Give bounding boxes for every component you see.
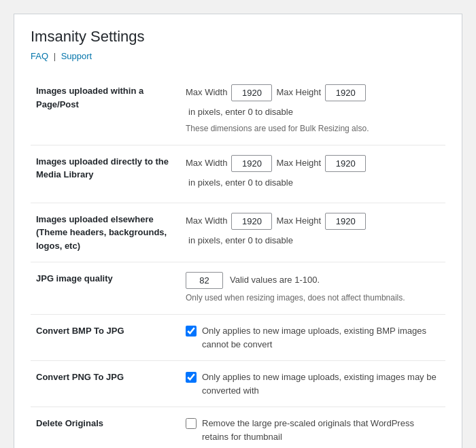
- max-width-label-media-library-images: Max Width: [186, 156, 227, 171]
- checkbox-convert-png[interactable]: [186, 372, 197, 383]
- max-height-label-elsewhere-images: Max Height: [276, 214, 321, 228]
- inline-text-elsewhere-images: in pixels, enter 0 to disable: [188, 234, 293, 248]
- setting-row-jpg-quality: JPG image qualityValid values are 1-100.…: [31, 262, 445, 315]
- setting-label-jpg-quality: JPG image quality: [31, 262, 180, 315]
- setting-value-delete-originals: Remove the large pre-scaled originals th…: [180, 407, 445, 448]
- width-height-row-elsewhere-images: Max WidthMax Heightin pixels, enter 0 to…: [186, 213, 440, 248]
- max-width-input-media-library-images[interactable]: [231, 155, 272, 172]
- page-title: Imsanity Settings: [31, 28, 445, 46]
- checkbox-row-delete-originals: Remove the large pre-scaled originals th…: [186, 417, 440, 443]
- max-height-input-media-library-images[interactable]: [325, 155, 366, 172]
- width-height-row-media-library-images: Max WidthMax Heightin pixels, enter 0 to…: [186, 155, 440, 190]
- hint-text-page-post-images: These dimensions are used for Bulk Resiz…: [186, 122, 440, 135]
- checkbox-label-convert-png: Only applies to new image uploads, exist…: [202, 371, 440, 397]
- setting-value-page-post-images: Max WidthMax Heightin pixels, enter 0 to…: [180, 75, 445, 145]
- setting-row-convert-png: Convert PNG To JPGOnly applies to new im…: [31, 361, 445, 407]
- help-links: FAQ | Support: [31, 51, 445, 61]
- setting-value-media-library-images: Max WidthMax Heightin pixels, enter 0 to…: [180, 145, 445, 203]
- setting-row-delete-originals: Delete OriginalsRemove the large pre-sca…: [31, 407, 445, 448]
- settings-table: Images uploaded within a Page/PostMax Wi…: [31, 75, 445, 448]
- setting-label-elsewhere-images: Images uploaded elsewhere (Theme headers…: [31, 203, 180, 262]
- inline-text-media-library-images: in pixels, enter 0 to disable: [188, 176, 293, 190]
- checkbox-convert-bmp[interactable]: [186, 326, 197, 337]
- setting-value-convert-png: Only applies to new image uploads, exist…: [180, 361, 445, 407]
- max-width-label-elsewhere-images: Max Width: [186, 214, 227, 228]
- support-link[interactable]: Support: [61, 51, 92, 61]
- page-wrapper: Imsanity Settings FAQ | Support Images u…: [0, 0, 476, 448]
- checkbox-label-delete-originals: Remove the large pre-scaled originals th…: [202, 417, 440, 443]
- setting-value-jpg-quality: Valid values are 1-100.Only used when re…: [180, 262, 445, 315]
- max-height-input-elsewhere-images[interactable]: [325, 213, 366, 230]
- max-width-input-page-post-images[interactable]: [231, 84, 272, 101]
- checkbox-delete-originals[interactable]: [186, 418, 197, 429]
- max-width-label-page-post-images: Max Width: [186, 86, 227, 100]
- width-height-row-page-post-images: Max WidthMax Heightin pixels, enter 0 to…: [186, 84, 440, 120]
- hint-text-jpg-quality: Only used when resizing images, does not…: [186, 292, 440, 305]
- max-height-label-media-library-images: Max Height: [276, 156, 321, 171]
- setting-label-media-library-images: Images uploaded directly to the Media Li…: [31, 145, 180, 203]
- setting-row-media-library-images: Images uploaded directly to the Media Li…: [31, 145, 445, 203]
- checkbox-row-convert-bmp: Only applies to new image uploads, exist…: [186, 324, 440, 351]
- checkbox-label-convert-bmp: Only applies to new image uploads, exist…: [202, 324, 440, 351]
- inline-text-jpg-quality: Valid values are 1-100.: [230, 273, 320, 288]
- max-width-input-elsewhere-images[interactable]: [231, 213, 272, 230]
- quality-input-jpg-quality[interactable]: [186, 272, 223, 289]
- setting-label-delete-originals: Delete Originals: [31, 407, 180, 448]
- setting-label-page-post-images: Images uploaded within a Page/Post: [31, 75, 180, 145]
- setting-value-convert-bmp: Only applies to new image uploads, exist…: [180, 315, 445, 361]
- setting-row-convert-bmp: Convert BMP To JPGOnly applies to new im…: [31, 315, 445, 361]
- setting-row-elsewhere-images: Images uploaded elsewhere (Theme headers…: [31, 203, 445, 262]
- setting-label-convert-png: Convert PNG To JPG: [31, 361, 180, 407]
- inline-text-page-post-images: in pixels, enter 0 to disable: [188, 105, 293, 120]
- faq-link[interactable]: FAQ: [31, 51, 48, 61]
- setting-row-page-post-images: Images uploaded within a Page/PostMax Wi…: [31, 75, 445, 145]
- checkbox-row-convert-png: Only applies to new image uploads, exist…: [186, 371, 440, 397]
- max-height-label-page-post-images: Max Height: [276, 86, 321, 100]
- quality-row-jpg-quality: Valid values are 1-100.: [186, 272, 440, 289]
- setting-label-convert-bmp: Convert BMP To JPG: [31, 315, 180, 361]
- link-separator: |: [54, 51, 58, 61]
- settings-card: Imsanity Settings FAQ | Support Images u…: [14, 14, 462, 448]
- max-height-input-page-post-images[interactable]: [325, 84, 366, 101]
- setting-value-elsewhere-images: Max WidthMax Heightin pixels, enter 0 to…: [180, 203, 445, 262]
